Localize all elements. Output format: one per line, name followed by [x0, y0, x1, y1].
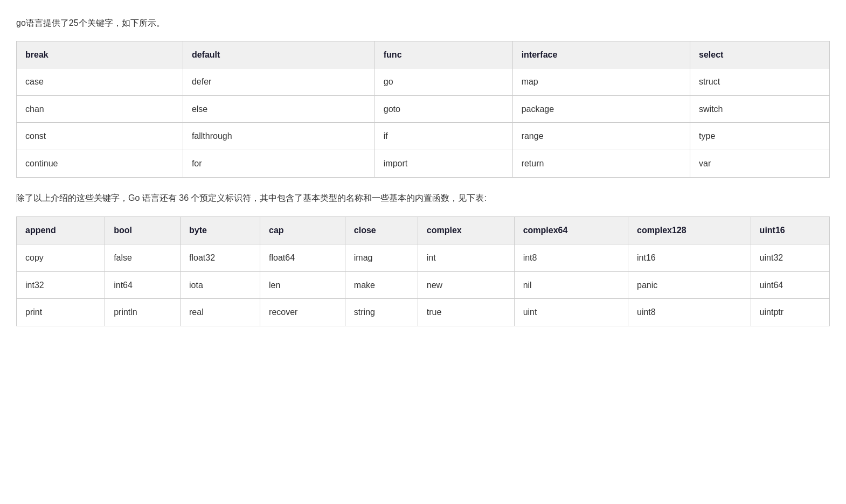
table-cell: panic	[628, 271, 751, 299]
table-row: casedefergomapstruct	[17, 68, 830, 96]
table-cell: true	[418, 299, 514, 326]
table-cell: struct	[690, 68, 830, 96]
table-cell: recover	[260, 299, 345, 326]
keywords-header-cell: default	[183, 41, 375, 68]
table-cell: int8	[514, 244, 628, 271]
table-cell: chan	[17, 95, 183, 123]
table-cell: copy	[17, 244, 105, 271]
predefined-header-cell: close	[345, 217, 418, 244]
table-cell: range	[512, 123, 690, 150]
table-cell: nil	[514, 271, 628, 299]
predefined-header-cell: complex	[418, 217, 514, 244]
table-cell: print	[17, 299, 105, 326]
table-cell: iota	[181, 271, 260, 299]
table-cell: fallthrough	[183, 123, 375, 150]
table-row: constfallthroughifrangetype	[17, 123, 830, 150]
keywords-table-wrapper: breakdefaultfuncinterfaceselect casedefe…	[16, 41, 830, 178]
table-cell: float64	[260, 244, 345, 271]
predefined-header-cell: bool	[105, 217, 181, 244]
table-cell: package	[512, 95, 690, 123]
table-cell: int64	[105, 271, 181, 299]
table-cell: uint64	[751, 271, 829, 299]
table-cell: uint32	[751, 244, 829, 271]
table-cell: go	[375, 68, 512, 96]
table-cell: int16	[628, 244, 751, 271]
table-cell: uint	[514, 299, 628, 326]
table-cell: make	[345, 271, 418, 299]
table-cell: string	[345, 299, 418, 326]
table-cell: import	[375, 150, 512, 177]
keywords-header-row: breakdefaultfuncinterfaceselect	[17, 41, 830, 68]
table-cell: const	[17, 123, 183, 150]
predefined-tbody: copyfalsefloat32float64imagintint8int16u…	[17, 244, 830, 326]
keywords-header-cell: func	[375, 41, 512, 68]
predefined-table: appendboolbytecapclosecomplexcomplex64co…	[16, 216, 830, 326]
predefined-header-cell: complex128	[628, 217, 751, 244]
table-cell: map	[512, 68, 690, 96]
table-cell: goto	[375, 95, 512, 123]
table-cell: continue	[17, 150, 183, 177]
predefined-header-cell: cap	[260, 217, 345, 244]
predefined-header-cell: complex64	[514, 217, 628, 244]
predefined-header-cell: byte	[181, 217, 260, 244]
keywords-header-cell: break	[17, 41, 183, 68]
table-cell: real	[181, 299, 260, 326]
predefined-header-cell: append	[17, 217, 105, 244]
table-row: chanelsegotopackageswitch	[17, 95, 830, 123]
table-cell: int	[418, 244, 514, 271]
predefined-header-cell: uint16	[751, 217, 829, 244]
table-cell: var	[690, 150, 830, 177]
table-cell: imag	[345, 244, 418, 271]
table-row: continueforimportreturnvar	[17, 150, 830, 177]
table-row: int32int64iotalenmakenewnilpanicuint64	[17, 271, 830, 299]
intro-text: go语言提供了25个关键字，如下所示。	[16, 16, 830, 30]
table-cell: case	[17, 68, 183, 96]
table-cell: int32	[17, 271, 105, 299]
table-row: printprintlnrealrecoverstringtrueuintuin…	[17, 299, 830, 326]
table-cell: uintptr	[751, 299, 829, 326]
table-cell: type	[690, 123, 830, 150]
keywords-table: breakdefaultfuncinterfaceselect casedefe…	[16, 41, 830, 178]
table-cell: else	[183, 95, 375, 123]
table-cell: new	[418, 271, 514, 299]
table-cell: false	[105, 244, 181, 271]
keywords-header-cell: select	[690, 41, 830, 68]
section-text: 除了以上介绍的这些关键字，Go 语言还有 36 个预定义标识符，其中包含了基本类…	[16, 191, 830, 206]
table-cell: uint8	[628, 299, 751, 326]
predefined-header-row: appendboolbytecapclosecomplexcomplex64co…	[17, 217, 830, 244]
keywords-header-cell: interface	[512, 41, 690, 68]
predefined-table-wrapper: appendboolbytecapclosecomplexcomplex64co…	[16, 216, 830, 326]
table-cell: float32	[181, 244, 260, 271]
table-cell: switch	[690, 95, 830, 123]
table-cell: return	[512, 150, 690, 177]
table-cell: if	[375, 123, 512, 150]
table-cell: defer	[183, 68, 375, 96]
keywords-tbody: casedefergomapstructchanelsegotopackages…	[17, 68, 830, 177]
table-cell: len	[260, 271, 345, 299]
table-cell: println	[105, 299, 181, 326]
table-row: copyfalsefloat32float64imagintint8int16u…	[17, 244, 830, 271]
table-cell: for	[183, 150, 375, 177]
